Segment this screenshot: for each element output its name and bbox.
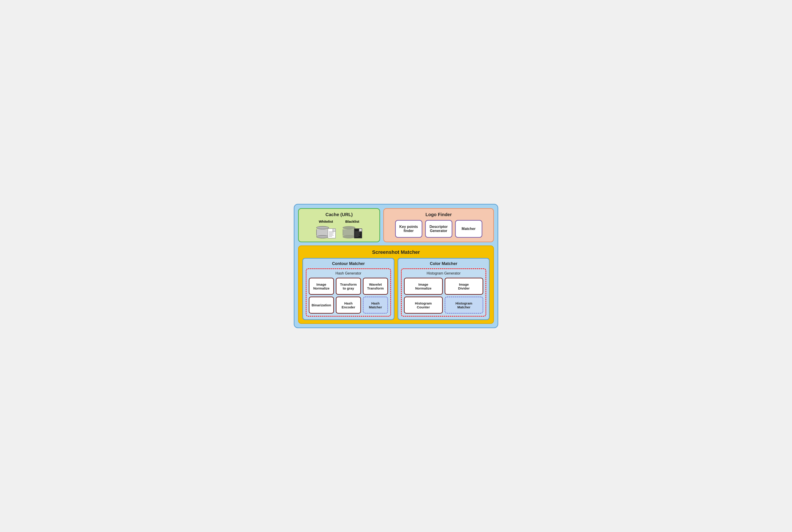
matcher: Matcher [455,220,482,238]
blacklist-label: Blacklist [345,220,360,223]
histogram-generator-box: Histogram Generator ImageNormalize Image… [401,268,486,317]
hist-gen-bottom-row: HistogramCounter HistogramMatcher [404,297,483,314]
histogram-generator-title: Histogram Generator [404,271,483,276]
descriptor-generator: DescriptorGenerator [425,220,452,238]
whitelist-icons [316,224,336,239]
hash-gen-bottom-row: Binarization HashEncoder HashMatcher [309,297,388,314]
color-title: Color Matcher [401,261,486,266]
whitelist-doc-icon [328,228,336,239]
hash-generator-title: Hash Generator [309,271,388,276]
whitelist-label: Whitelist [319,220,333,223]
key-points-finder: Key pointsfinder [395,220,422,238]
top-section: Cache (URL) Whitelist [298,208,494,242]
hash-generator-box: Hash Generator ImageNormalize Transformt… [306,268,391,317]
hash-gen-top-row: ImageNormalize Transformto gray WaveletT… [309,278,388,295]
contour-matcher: Contour Matcher Hash Generator ImageNorm… [303,258,394,320]
cache-groups: Whitelist [303,220,375,239]
blacklist-icons [343,224,362,239]
histogram-counter: HistogramCounter [404,297,443,314]
screenshot-matcher: Screenshot Matcher Contour Matcher Hash … [298,245,494,324]
cache-title: Cache (URL) [303,212,375,217]
binarization: Binarization [309,297,334,314]
hash-encoder: HashEncoder [336,297,361,314]
whitelist-db-icon [316,226,329,239]
transform-to-gray: Transformto gray [336,278,361,295]
main-container: Cache (URL) Whitelist [294,204,498,328]
cache-box: Cache (URL) Whitelist [298,208,380,242]
blacklist-group: Blacklist [343,220,362,239]
wavelet-transform: WaveletTransform [363,278,388,295]
logo-finder-box: Logo Finder Key pointsfinder DescriptorG… [383,208,494,242]
contour-title: Contour Matcher [306,261,391,266]
hist-gen-top-row: ImageNormalize ImageDivider [404,278,483,295]
blacklist-doc-icon [354,228,362,239]
color-matcher: Color Matcher Histogram Generator ImageN… [398,258,489,320]
hash-matcher: HashMatcher [363,297,388,314]
image-normalize-color: ImageNormalize [404,278,443,295]
histogram-matcher: HistogramMatcher [445,297,483,314]
matcher-row: Contour Matcher Hash Generator ImageNorm… [303,258,489,320]
screenshot-matcher-title: Screenshot Matcher [303,249,489,255]
image-normalize-contour: ImageNormalize [309,278,334,295]
whitelist-group: Whitelist [316,220,336,239]
blacklist-db-icon [343,226,355,239]
image-divider: ImageDivider [445,278,483,295]
logo-finder-items: Key pointsfinder DescriptorGenerator Mat… [388,220,489,238]
logo-finder-title: Logo Finder [388,212,489,217]
